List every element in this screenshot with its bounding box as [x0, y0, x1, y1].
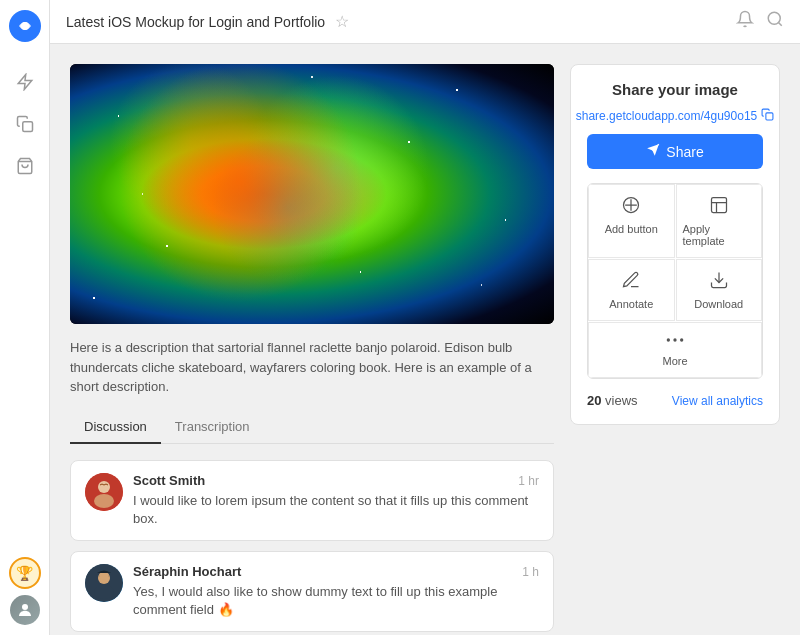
- comment-body-scott: Scott Smith 1 hr I would like to lorem i…: [133, 473, 539, 528]
- comment-time-seraph: 1 h: [522, 565, 539, 579]
- sidebar-icon-bag[interactable]: [7, 148, 43, 184]
- sidebar: 🏆: [0, 0, 50, 635]
- share-plane-icon: [646, 143, 660, 160]
- download-label: Download: [694, 298, 743, 310]
- comment-text-seraph: Yes, I would also like to show dummy tex…: [133, 583, 539, 619]
- comment-time-scott: 1 hr: [518, 474, 539, 488]
- comment-item: Scott Smith 1 hr I would like to lorem i…: [70, 460, 554, 541]
- page-title: Latest iOS Mockup for Login and Portfoli…: [66, 14, 325, 30]
- bell-icon[interactable]: [736, 10, 754, 33]
- search-icon[interactable]: [766, 10, 784, 33]
- header: Latest iOS Mockup for Login and Portfoli…: [50, 0, 800, 44]
- share-link[interactable]: share.getcloudapp.com/4gu90o15: [576, 109, 757, 123]
- view-analytics-link[interactable]: View all analytics: [672, 394, 763, 408]
- more-icon: [665, 333, 685, 351]
- copy-icon[interactable]: [761, 108, 774, 124]
- svg-point-30: [673, 338, 676, 341]
- svg-line-7: [778, 22, 781, 25]
- image-description: Here is a description that sartorial fla…: [70, 338, 554, 397]
- avatar-scott-image: [85, 473, 123, 511]
- annotate-action[interactable]: Annotate: [588, 259, 675, 321]
- svg-point-10: [94, 494, 114, 508]
- analytics-row: 20 views View all analytics: [587, 393, 763, 408]
- action-grid: Add button Apply template: [587, 183, 763, 379]
- svg-rect-3: [22, 122, 32, 132]
- avatar-seraph-image: [85, 564, 123, 602]
- svg-rect-17: [99, 572, 109, 580]
- sidebar-user-avatar[interactable]: [10, 595, 40, 625]
- tab-transcription[interactable]: Transcription: [161, 411, 264, 444]
- svg-rect-27: [711, 198, 726, 213]
- share-title: Share your image: [587, 81, 763, 98]
- add-button-action[interactable]: Add button: [588, 184, 675, 258]
- add-button-icon: [621, 195, 641, 219]
- svg-rect-23: [766, 113, 773, 120]
- download-icon: [709, 270, 729, 294]
- comment-header-seraph: Séraphin Hochart 1 h: [133, 564, 539, 579]
- sidebar-bottom: 🏆: [9, 557, 41, 625]
- apply-template-icon: [709, 195, 729, 219]
- image-container: [70, 64, 554, 324]
- share-card: Share your image share.getcloudapp.com/4…: [570, 64, 780, 425]
- comment-author-seraph: Séraphin Hochart: [133, 564, 241, 579]
- comment-avatar-seraph: [85, 564, 123, 602]
- header-actions: [736, 10, 784, 33]
- share-button[interactable]: Share: [587, 134, 763, 169]
- comment-item-2: Séraphin Hochart 1 h Yes, I would also l…: [70, 551, 554, 632]
- svg-point-31: [680, 338, 683, 341]
- svg-point-14: [94, 585, 114, 599]
- sidebar-trophy-icon[interactable]: 🏆: [9, 557, 41, 589]
- tab-discussion[interactable]: Discussion: [70, 411, 161, 444]
- more-action[interactable]: More: [588, 322, 762, 378]
- comment-header-scott: Scott Smith 1 hr: [133, 473, 539, 488]
- svg-marker-2: [18, 75, 32, 90]
- apply-template-action[interactable]: Apply template: [676, 184, 763, 258]
- download-action[interactable]: Download: [676, 259, 763, 321]
- svg-point-6: [768, 12, 780, 24]
- svg-marker-25: [647, 144, 659, 156]
- sidebar-icon-copy[interactable]: [7, 106, 43, 142]
- apply-template-label: Apply template: [683, 223, 756, 247]
- left-column: Here is a description that sartorial fla…: [70, 64, 554, 615]
- star-icon[interactable]: ☆: [335, 12, 349, 31]
- comment-body-seraph: Séraphin Hochart 1 h Yes, I would also l…: [133, 564, 539, 619]
- share-link-row: share.getcloudapp.com/4gu90o15: [587, 108, 763, 124]
- comment-author-scott: Scott Smith: [133, 473, 205, 488]
- comment-avatar-scott: [85, 473, 123, 511]
- svg-point-29: [667, 338, 670, 341]
- annotate-label: Annotate: [609, 298, 653, 310]
- main-area: Latest iOS Mockup for Login and Portfoli…: [50, 0, 800, 635]
- views-count: 20 views: [587, 393, 638, 408]
- add-button-label: Add button: [605, 223, 658, 235]
- svg-point-5: [22, 604, 28, 610]
- app-logo[interactable]: [9, 10, 41, 46]
- svg-point-11: [99, 482, 109, 492]
- right-panel: Share your image share.getcloudapp.com/4…: [570, 64, 780, 615]
- tabs-bar: Discussion Transcription: [70, 411, 554, 444]
- content-area: Here is a description that sartorial fla…: [50, 44, 800, 635]
- more-label: More: [662, 355, 687, 367]
- nebula-image: [70, 64, 554, 324]
- comment-text-scott: I would like to lorem ipsum the content …: [133, 492, 539, 528]
- sidebar-icon-flash[interactable]: [7, 64, 43, 100]
- svg-point-1: [21, 22, 29, 30]
- annotate-icon: [621, 270, 641, 294]
